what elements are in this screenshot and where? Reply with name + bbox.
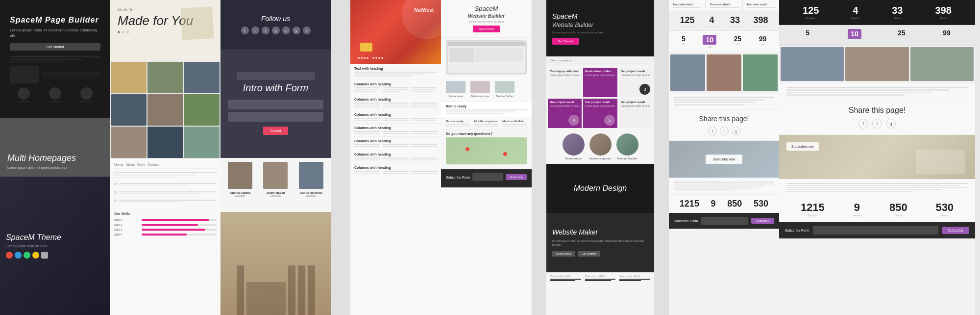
- step-3-title: Get project result: [621, 70, 651, 73]
- columns-heading-1: Columns with heading: [354, 82, 437, 86]
- columns-heading-5: Columns with heading: [354, 139, 437, 143]
- team-cards: Agatha Agatha Designer Jenny Mason Devel…: [220, 158, 331, 212]
- subscribe-button[interactable]: Subscribe: [506, 174, 527, 180]
- r-stat-1215: 1215: [801, 201, 825, 214]
- subscribe-now-box: Subscribe now: [706, 155, 743, 164]
- mosaic-cell-3: [184, 62, 220, 93]
- step-3-number: 3: [639, 84, 650, 95]
- feature-icons: Retina ready Mobile response Motions Bui…: [441, 77, 532, 102]
- small-stat-25: 25: [897, 29, 906, 37]
- r-stat-9: 9: [853, 201, 861, 214]
- sketch-decoration: [181, 7, 213, 39]
- motions-label: Motions Builder: [496, 95, 513, 98]
- get-started-button[interactable]: Get Started: [10, 43, 100, 51]
- form-input-1[interactable]: [228, 100, 323, 109]
- sub-dark-form: Subscribe Form Subscribe: [669, 213, 779, 229]
- pricing-section: Home About Work Contact: [110, 159, 220, 315]
- stats-row-1: 125 4 33 398: [669, 11, 779, 31]
- get-started-wm-button[interactable]: Get Started: [578, 251, 601, 257]
- mosaic-cell-2: [147, 62, 183, 93]
- builder-content: Steps navigation Coming up with idea Lor…: [546, 56, 654, 315]
- stat-5-label: stat: [682, 43, 686, 46]
- stat-r-33: 33: [892, 5, 903, 16]
- gap-3: [654, 0, 669, 315]
- icon-4: [32, 252, 39, 259]
- builder-brand: SpaceM: [446, 5, 527, 12]
- skill-name-3: Skill 3: [114, 228, 139, 231]
- office-photo-card: [220, 212, 331, 315]
- right-subscribe-box: Subscribe now: [786, 142, 819, 151]
- instagram-icon[interactable]: i: [262, 26, 270, 34]
- form-input-2[interactable]: [228, 112, 323, 122]
- step-2-title: Realization of idea: [585, 70, 615, 73]
- step-5-text: Lorem ipsum dolor sit amet: [585, 105, 615, 108]
- right-photo-1: [781, 47, 844, 81]
- linkedin-icon[interactable]: in: [282, 26, 290, 34]
- text-content-1: Retina ready: [441, 102, 532, 117]
- twitter-icon[interactable]: t: [251, 26, 259, 34]
- learn-more-button[interactable]: Learn More: [552, 251, 575, 257]
- builder-cta-button[interactable]: Get Started: [473, 26, 500, 32]
- step-6-text: Lorem ipsum dolor sit amet: [621, 105, 651, 108]
- youtube-icon[interactable]: y: [293, 26, 300, 34]
- column-11: 125 Projects 4 Awards 33 Clients 398 Hou…: [779, 0, 975, 315]
- rss-icon[interactable]: r: [303, 26, 311, 34]
- nav-item-work: Work: [137, 163, 145, 166]
- column-5: NatWest Text with: [350, 0, 441, 315]
- stats-row-2: 5 stat 10 stat 25 stat 99 stat: [669, 31, 779, 53]
- brand-title: SpaceM Page Builder: [10, 16, 100, 25]
- mobile-response: Mobile response: [474, 120, 499, 123]
- step-3: Get project result Lorem ipsum dolor sit…: [619, 68, 653, 97]
- map-pin-1: [466, 147, 469, 151]
- content-sections: Text with heading Columns with heading: [350, 64, 441, 315]
- mosaic-grid-card: [110, 61, 220, 159]
- builder-dark-header: SpaceM Website Builder Lorem ipsum dolor…: [546, 0, 654, 56]
- r-stat-9-label: Awards: [853, 214, 861, 217]
- form-submit-button[interactable]: Submit: [263, 127, 289, 135]
- wbuilder-cta[interactable]: Get Started: [552, 38, 579, 45]
- portrait-1: Retina ready: [563, 133, 585, 160]
- right-sub-btn[interactable]: Subscribe: [942, 227, 969, 234]
- right-sub-input[interactable]: [813, 226, 938, 235]
- gap-2: [532, 0, 546, 315]
- small-stat-99: 99: [942, 29, 952, 37]
- search-bar-mock: [237, 72, 315, 80]
- share-icons: f t g: [674, 127, 774, 135]
- right-photo-row: [779, 46, 975, 82]
- portrait-name-1: Retina ready: [565, 157, 582, 160]
- website-builder-label: Website Builder: [552, 22, 648, 28]
- builder-header: SpaceM Website Builder Lorem ipsum dolor…: [441, 0, 532, 38]
- stat-10-highlight: 10: [703, 35, 716, 45]
- step-1-text: Lorem ipsum dolor sit amet: [550, 74, 580, 77]
- stat-4: 4: [707, 15, 717, 26]
- spacem-wbuilder-title: SpaceM: [552, 12, 648, 20]
- sub-dark-input[interactable]: [701, 217, 748, 225]
- share-icon-3[interactable]: g: [732, 127, 740, 135]
- social-icons: f t i p in y r: [241, 26, 311, 34]
- steps-nav: Steps navigation: [550, 59, 650, 62]
- avatar-3: [299, 162, 323, 189]
- share-icon-2[interactable]: t: [720, 127, 729, 135]
- step-5-number: 5: [604, 115, 615, 126]
- gap-1: [331, 0, 350, 315]
- pinterest-icon[interactable]: p: [272, 26, 280, 34]
- lorem-para: [669, 178, 779, 194]
- subscribe-input[interactable]: [472, 173, 503, 181]
- text-heading-1: Retina ready: [446, 105, 527, 108]
- sub-dark-btn[interactable]: Subscribe: [751, 218, 774, 224]
- facebook-icon[interactable]: f: [241, 26, 249, 34]
- stat-1215: 1215: [680, 199, 699, 209]
- step-6-title: Get project result: [621, 101, 651, 104]
- sub-form-label: Subscribe Form: [674, 219, 698, 223]
- header-title-2: Text with title2: [710, 3, 738, 6]
- right-share-fb[interactable]: f: [858, 119, 868, 129]
- retina-label: Retina ready: [449, 95, 463, 98]
- right-share-gp[interactable]: g: [886, 119, 896, 129]
- team-role-2: Developer: [270, 194, 281, 197]
- r-stat-1215-label: Projects: [801, 214, 825, 217]
- wbuilder-desc: Lorem ipsum dolor sit amet consectetur: [552, 31, 648, 34]
- right-share-tw[interactable]: t: [872, 119, 882, 129]
- share-icon-1[interactable]: f: [708, 127, 717, 135]
- avatar-1: [228, 162, 252, 189]
- mosaic-cell-8: [147, 127, 183, 158]
